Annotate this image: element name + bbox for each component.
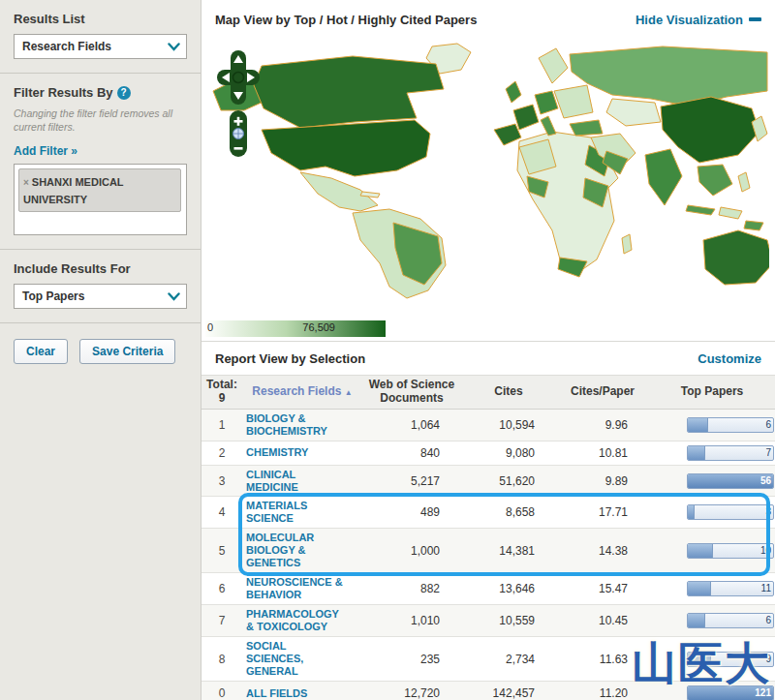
collapse-minus-icon [749, 17, 761, 21]
table-row-all-fields: 0 ALL FIELDS 12,720 142,457 11.20 121 [202, 682, 775, 700]
rank-cell: 6 [202, 579, 242, 598]
top-papers-bar[interactable]: 56 [687, 473, 774, 489]
top-papers-bar[interactable]: 121 [687, 685, 774, 700]
map-navigation-controls[interactable] [217, 50, 260, 159]
filter-results-section: Filter Results By? Changing the filter f… [0, 74, 201, 250]
field-link[interactable]: MOLECULAR BIOLOGY & GENETICS [246, 532, 343, 569]
rank-cell: 8 [202, 650, 242, 669]
top-papers-value: 3 [765, 506, 771, 517]
docs-cell: 1,064 [362, 415, 461, 435]
filter-chip[interactable]: ×SHANXI MEDICAL UNIVERSITY [18, 168, 181, 212]
results-list-select[interactable]: Research Fields [14, 34, 187, 59]
include-results-select[interactable]: Top Papers [14, 284, 187, 309]
sidebar: Results List Research Fields Filter Resu… [0, 0, 202, 700]
cites-cell: 142,457 [461, 684, 556, 700]
main-panel: Map View by Top / Hot / Highly Cited Pap… [202, 0, 775, 700]
rank-cell: 2 [202, 443, 242, 463]
customize-link[interactable]: Customize [698, 351, 761, 366]
column-cites-per-paper[interactable]: Cites/Paper [556, 382, 649, 402]
report-title: Report View by Selection [215, 351, 365, 366]
docs-cell: 1,010 [362, 611, 461, 630]
cites-cell: 2,734 [461, 650, 556, 669]
filter-note: Changing the filter field removes all cu… [14, 107, 187, 134]
results-list-heading: Results List [14, 12, 187, 26]
cpp-cell: 15.47 [556, 579, 649, 598]
include-results-selected-value: Top Papers [22, 289, 84, 303]
rank-cell: 7 [202, 611, 242, 630]
column-wos-documents[interactable]: Web of Science Documents [362, 376, 461, 409]
cpp-cell: 9.89 [556, 472, 649, 491]
total-count: Total: 9 [202, 376, 242, 409]
cpp-cell: 11.63 [556, 650, 649, 669]
docs-cell: 235 [362, 650, 461, 669]
top-papers-value: 11 [761, 583, 771, 593]
docs-cell: 489 [362, 502, 461, 522]
cpp-cell: 10.45 [556, 611, 649, 630]
report-header: Report View by Selection Customize [202, 342, 775, 375]
map-color-legend: 0 76,509 [205, 320, 386, 337]
chevron-down-icon [168, 43, 180, 51]
top-papers-value: 6 [765, 615, 771, 625]
field-link[interactable]: SOCIAL SCIENCES, GENERAL [246, 640, 343, 678]
docs-cell: 5,217 [362, 472, 461, 491]
filter-chip-label: SHANXI MEDICAL UNIVERSITY [23, 176, 123, 205]
remove-filter-icon[interactable]: × [23, 177, 29, 188]
cites-cell: 10,594 [461, 415, 556, 435]
field-link[interactable]: CHEMISTRY [246, 446, 343, 459]
map-title: Map View by Top / Hot / Highly Cited Pap… [215, 13, 477, 27]
cites-cell: 51,620 [461, 472, 556, 491]
table-row: 6 NEUROSCIENCE & BEHAVIOR 882 13,646 15.… [202, 573, 775, 605]
top-papers-bar[interactable]: 7 [687, 445, 774, 461]
report-table: Total: 9 Research Fields ▲ Web of Scienc… [202, 375, 775, 700]
cpp-cell: 14.38 [556, 541, 649, 561]
top-papers-value: 56 [760, 475, 771, 486]
docs-cell: 840 [362, 443, 461, 463]
save-criteria-button[interactable]: Save Criteria [79, 339, 175, 364]
field-link[interactable]: BIOLOGY & BIOCHEMISTRY [246, 412, 343, 438]
top-papers-bar[interactable]: 3 [687, 504, 774, 520]
filter-results-heading: Filter Results By? [14, 85, 187, 100]
column-top-papers[interactable]: Top Papers [649, 382, 775, 402]
map-panel-header: Map View by Top / Hot / Highly Cited Pap… [202, 0, 775, 39]
include-results-section: Include Results For Top Papers [0, 250, 201, 323]
top-papers-value: 6 [765, 419, 771, 430]
top-papers-bar[interactable]: 6 [687, 417, 774, 433]
top-papers-bar[interactable]: 10 [687, 543, 774, 559]
add-filter-link[interactable]: Add Filter » [14, 144, 78, 158]
legend-min-label: 0 [207, 321, 213, 333]
cites-cell: 10,559 [461, 611, 556, 630]
hide-visualization-link[interactable]: Hide Visualization [636, 13, 761, 27]
world-map[interactable]: 0 76,509 [202, 39, 775, 341]
table-header-row: Total: 9 Research Fields ▲ Web of Scienc… [202, 375, 775, 410]
rank-cell: 1 [202, 415, 242, 435]
column-research-fields[interactable]: Research Fields ▲ [242, 382, 362, 402]
field-link[interactable]: NEUROSCIENCE & BEHAVIOR [246, 576, 343, 601]
column-cites[interactable]: Cites [461, 382, 556, 402]
field-link[interactable]: MATERIALS SCIENCE [246, 500, 343, 525]
results-list-section: Results List Research Fields [0, 0, 201, 74]
table-row: 4 MATERIALS SCIENCE 489 8,658 17.71 3 [202, 497, 775, 529]
docs-cell: 12,720 [362, 684, 461, 700]
table-row: 7 PHARMACOLOGY & TOXICOLOGY 1,010 10,559… [202, 605, 775, 637]
help-icon[interactable]: ? [117, 86, 131, 100]
cites-cell: 9,080 [461, 443, 556, 463]
table-row: 2 CHEMISTRY 840 9,080 10.81 7 [202, 441, 775, 466]
top-papers-value: 10 [760, 545, 771, 556]
clear-button[interactable]: Clear [14, 339, 68, 364]
chevron-down-icon [168, 292, 180, 301]
highlighted-rows-group: 4 MATERIALS SCIENCE 489 8,658 17.71 3 5 … [202, 497, 775, 573]
pan-control-icon [217, 50, 260, 105]
top-papers-bar[interactable]: 11 [687, 581, 774, 596]
top-papers-bar[interactable]: 9 [687, 652, 774, 667]
field-link[interactable]: CLINICAL MEDICINE [246, 469, 343, 494]
table-row: 3 CLINICAL MEDICINE 5,217 51,620 9.89 56 [202, 466, 775, 498]
table-row: 1 BIOLOGY & BIOCHEMISTRY 1,064 10,594 9.… [202, 410, 775, 441]
field-link[interactable]: PHARMACOLOGY & TOXICOLOGY [246, 608, 343, 633]
include-results-heading: Include Results For [14, 261, 187, 276]
field-link[interactable]: ALL FIELDS [246, 687, 343, 700]
cpp-cell: 9.96 [556, 415, 649, 435]
cpp-cell: 10.81 [556, 443, 649, 463]
sort-ascending-icon: ▲ [345, 388, 353, 397]
results-list-selected-value: Research Fields [22, 40, 111, 53]
top-papers-bar[interactable]: 6 [687, 613, 774, 628]
